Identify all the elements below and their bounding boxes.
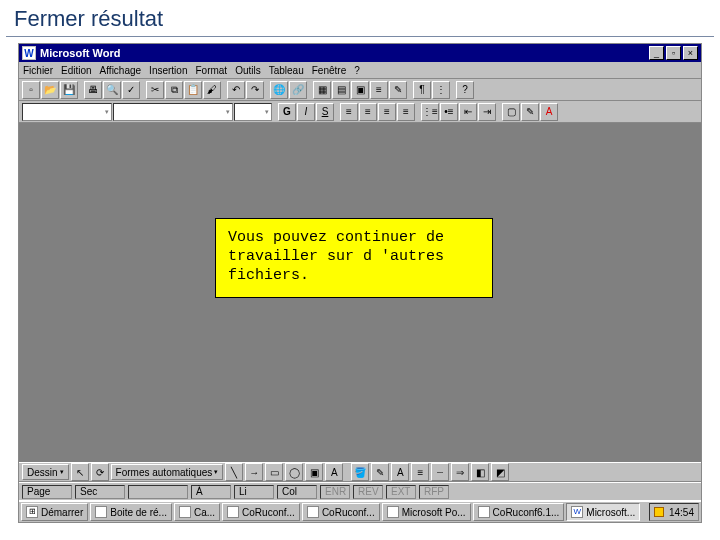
arrow-style-icon[interactable]: ⇒ — [451, 463, 469, 481]
menu-edit[interactable]: Edition — [61, 65, 92, 76]
italic-icon[interactable]: I — [297, 103, 315, 121]
font-color-icon[interactable]: A — [540, 103, 558, 121]
taskbar-item-5[interactable]: CoRuconf6.1... — [473, 503, 565, 521]
menu-help[interactable]: ? — [354, 65, 360, 76]
document-map-icon[interactable]: ¶ — [413, 81, 431, 99]
system-tray: 14:54 — [649, 503, 699, 521]
3d-icon[interactable]: ◩ — [491, 463, 509, 481]
decrease-indent-icon[interactable]: ⇤ — [459, 103, 477, 121]
insert-table-icon[interactable]: ▤ — [332, 81, 350, 99]
rotate-icon[interactable]: ⟳ — [91, 463, 109, 481]
align-right-icon[interactable]: ≡ — [378, 103, 396, 121]
select-objects-icon[interactable]: ↖ — [71, 463, 89, 481]
shadow-icon[interactable]: ◧ — [471, 463, 489, 481]
slide-title: Fermer résultat — [6, 0, 714, 37]
maximize-button[interactable]: ▫ — [666, 46, 681, 60]
style-combo[interactable]: ▾ — [22, 103, 112, 121]
menu-file[interactable]: Fichier — [23, 65, 53, 76]
underline-icon[interactable]: S — [316, 103, 334, 121]
new-doc-icon[interactable]: ▫ — [22, 81, 40, 99]
start-button[interactable]: ⊞ Démarrer — [21, 503, 88, 521]
font-color-icon-draw[interactable]: A — [391, 463, 409, 481]
bold-icon[interactable]: G — [278, 103, 296, 121]
titlebar: W Microsoft Word _ ▫ × — [19, 44, 701, 62]
status-ext: EXT — [386, 485, 416, 499]
info-callout: Vous pouvez continuer de travailler sur … — [215, 218, 493, 298]
paste-icon[interactable]: 📋 — [184, 81, 202, 99]
status-section: Sec — [75, 485, 125, 499]
borders-icon[interactable]: ▢ — [502, 103, 520, 121]
status-pagecount — [128, 485, 188, 499]
spellcheck-icon[interactable]: ✓ — [122, 81, 140, 99]
oval-icon[interactable]: ◯ — [285, 463, 303, 481]
hyperlink-icon[interactable]: 🌐 — [270, 81, 288, 99]
increase-indent-icon[interactable]: ⇥ — [478, 103, 496, 121]
menu-insert[interactable]: Insertion — [149, 65, 187, 76]
bullets-icon[interactable]: •≡ — [440, 103, 458, 121]
wordart-icon[interactable]: A — [325, 463, 343, 481]
font-combo[interactable]: ▾ — [113, 103, 233, 121]
size-combo[interactable]: ▾ — [234, 103, 272, 121]
word-window: W Microsoft Word _ ▫ × Fichier Edition A… — [18, 43, 702, 523]
standard-toolbar: ▫ 📂 💾 🖶 🔍 ✓ ✂ ⧉ 📋 🖌 ↶ ↷ 🌐 🔗 ▦ ▤ ▣ ≡ ✎ ¶ … — [19, 79, 701, 101]
window-title: Microsoft Word — [40, 47, 120, 59]
drawing-icon[interactable]: ✎ — [389, 81, 407, 99]
redo-icon[interactable]: ↷ — [246, 81, 264, 99]
align-center-icon[interactable]: ≡ — [359, 103, 377, 121]
fill-color-icon[interactable]: 🪣 — [351, 463, 369, 481]
numbering-icon[interactable]: ⋮≡ — [421, 103, 439, 121]
taskbar-item-3[interactable]: CoRuconf... — [302, 503, 380, 521]
textbox-icon[interactable]: ▣ — [305, 463, 323, 481]
open-icon[interactable]: 📂 — [41, 81, 59, 99]
columns-icon[interactable]: ≡ — [370, 81, 388, 99]
app-icon — [307, 506, 319, 518]
show-hide-icon[interactable]: ⋮ — [432, 81, 450, 99]
status-trk: REV — [353, 485, 383, 499]
help-icon[interactable]: ? — [456, 81, 474, 99]
document-area: Vous pouvez continuer de travailler sur … — [19, 123, 701, 462]
taskbar-item-6[interactable]: WMicrosoft... — [566, 503, 640, 521]
dash-style-icon[interactable]: ┄ — [431, 463, 449, 481]
caption-buttons: _ ▫ × — [647, 46, 698, 60]
autoshapes-menu[interactable]: Formes automatiques▾ — [111, 464, 224, 480]
taskbar-item-1[interactable]: Ca... — [174, 503, 220, 521]
save-icon[interactable]: 💾 — [60, 81, 78, 99]
format-painter-icon[interactable]: 🖌 — [203, 81, 221, 99]
status-page: Page — [22, 485, 72, 499]
menu-table[interactable]: Tableau — [269, 65, 304, 76]
web-toolbar-icon[interactable]: 🔗 — [289, 81, 307, 99]
line-icon[interactable]: ╲ — [225, 463, 243, 481]
menu-window[interactable]: Fenêtre — [312, 65, 346, 76]
menu-view[interactable]: Affichage — [100, 65, 142, 76]
close-button[interactable]: × — [683, 46, 698, 60]
tray-icon[interactable] — [654, 507, 664, 517]
print-icon[interactable]: 🖶 — [84, 81, 102, 99]
line-color-icon[interactable]: ✎ — [371, 463, 389, 481]
app-icon — [95, 506, 107, 518]
menu-tools[interactable]: Outils — [235, 65, 261, 76]
app-icon — [227, 506, 239, 518]
line-style-icon[interactable]: ≡ — [411, 463, 429, 481]
taskbar-item-0[interactable]: Boite de ré... — [90, 503, 172, 521]
tables-borders-icon[interactable]: ▦ — [313, 81, 331, 99]
statusbar: Page Sec À Li Col ENR REV EXT RFP — [19, 482, 701, 500]
justify-icon[interactable]: ≡ — [397, 103, 415, 121]
highlight-icon[interactable]: ✎ — [521, 103, 539, 121]
taskbar-item-2[interactable]: CoRuconf... — [222, 503, 300, 521]
copy-icon[interactable]: ⧉ — [165, 81, 183, 99]
status-rec: ENR — [320, 485, 350, 499]
minimize-button[interactable]: _ — [649, 46, 664, 60]
align-left-icon[interactable]: ≡ — [340, 103, 358, 121]
arrow-icon[interactable]: → — [245, 463, 263, 481]
excel-icon[interactable]: ▣ — [351, 81, 369, 99]
status-line: Li — [234, 485, 274, 499]
status-ovr: RFP — [419, 485, 449, 499]
undo-icon[interactable]: ↶ — [227, 81, 245, 99]
menu-format[interactable]: Format — [195, 65, 227, 76]
preview-icon[interactable]: 🔍 — [103, 81, 121, 99]
status-col: Col — [277, 485, 317, 499]
draw-menu[interactable]: Dessin▾ — [22, 464, 69, 480]
taskbar-item-4[interactable]: Microsoft Po... — [382, 503, 471, 521]
rectangle-icon[interactable]: ▭ — [265, 463, 283, 481]
cut-icon[interactable]: ✂ — [146, 81, 164, 99]
